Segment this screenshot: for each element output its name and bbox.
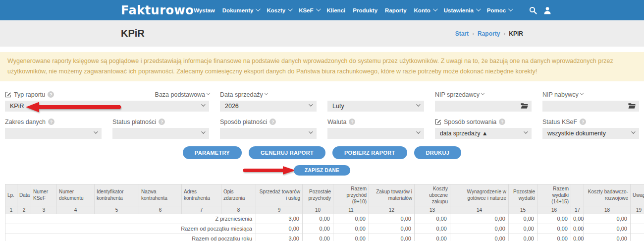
report-disclaimer: Wygenerowane raporty księgowe są poglądo… [0,52,644,81]
data-sprzedazy-toggle[interactable]: Data sprzedaży [220,91,267,98]
breadcrumb-start[interactable]: Start [455,30,469,37]
chevron-down-icon [256,6,261,11]
chevron-down-icon [94,129,98,133]
row-label: Razem od początku miesiąca [5,224,256,234]
drukuj-button[interactable]: DRUKUJ [414,146,462,159]
col-header: Zakup towarów i materiałów [369,184,415,206]
breadcrumb-separator [503,30,505,37]
chevron-down-icon [476,6,481,11]
col-header: Koszty badawczo-rozwojowe [584,184,631,206]
col-number: 16 [537,206,571,214]
menu-klienci[interactable]: Klienci [327,7,346,13]
user-icon[interactable] [543,6,551,14]
chevron-down-icon [580,91,584,95]
zapisz-dane-button[interactable]: ZAPISZ DANE [294,165,350,176]
field-typ-raportu: Typ raportu ? Baza podstawowa KPiR [5,91,209,112]
save-row: ZAPISZ DANE [0,165,644,176]
app-logo[interactable]: Fakturowo [121,3,194,17]
cell-value: 0,00 [333,234,369,241]
help-icon[interactable]: ? [580,119,586,125]
nip-nabywcy-input[interactable] [542,101,639,112]
col-header: Data [17,184,31,206]
search-icon[interactable] [529,6,537,14]
menu-ustawienia[interactable]: Ustawienia [444,7,480,13]
table-number-row: 1 2 3 4 5 6 7 8 9 10 11 12 13 14 15 16 1… [5,206,644,214]
nip-sprzedawcy-toggle[interactable]: NIP sprzedawcy [435,91,483,98]
field-label: Status płatności [112,119,156,125]
cell-value: 0,00 [333,224,369,234]
cell-value: 0,00 [537,234,571,241]
help-icon[interactable]: ? [48,91,54,98]
col-header: Lp. [5,184,17,206]
cell-value: 0,00 [450,234,509,241]
baza-podstawowa-toggle[interactable]: Baza podstawowa [155,91,209,98]
col-number: 12 [369,206,415,214]
breadcrumb-current: KPiR [509,30,523,37]
parametry-button[interactable]: PARAMETRY [183,146,242,159]
field-label: Typ raportu [14,91,45,98]
status-platnosci-select[interactable] [112,128,209,139]
cell-value: 3,00 [256,234,303,241]
sposob-sortowania-select[interactable]: data sprzedaży ▲ [435,128,532,139]
menu-dokumenty[interactable]: Dokumenty [222,7,260,13]
field-sposob-sortowania: Sposób sortowania ? data sprzedaży ▲ [435,118,532,139]
menu-wystaw[interactable]: Wystaw [194,7,215,13]
menu-ksef[interactable]: KSeF [299,7,319,13]
chevron-down-icon [264,91,268,95]
field-label: Sposób sortowania [444,119,496,125]
cell-value: 0,00 [450,214,509,224]
folder-icon[interactable] [521,103,528,109]
edit-icon [5,91,11,98]
menu-raporty[interactable]: Raporty [385,7,406,13]
field-status-platnosci: Status płatności ? [112,118,209,139]
waluta-select[interactable] [327,128,424,139]
sposob-platnosci-select[interactable] [220,128,317,139]
cell-value: 0,00 [509,224,537,234]
cell-value: 3,00 [256,214,303,224]
col-header: Uwagi [631,184,644,206]
chevron-down-icon [206,91,210,95]
help-icon[interactable]: ? [48,119,54,125]
help-icon[interactable]: ? [269,119,276,125]
nip-sprzedawcy-input[interactable] [435,101,532,112]
col-number: 9 [256,206,303,214]
menu-konto[interactable]: Konto [414,7,436,13]
chevron-down-icon [416,102,420,106]
cell-uwagi [631,224,644,234]
cell-value: 0,00 [509,214,537,224]
breadcrumb-raporty[interactable]: Raporty [478,30,500,37]
folder-icon[interactable] [628,103,636,109]
menu-koszty[interactable]: Koszty [267,7,291,13]
col-number: 6 [139,206,182,214]
chevron-down-icon [524,129,528,133]
cell-uwagi [631,234,644,241]
chevron-down-icon [201,102,205,106]
kpir-table: Lp. Data Numer KSeF Numer dokumentu Iden… [5,184,644,241]
menu-pomoc[interactable]: Pomoc [487,7,512,13]
cell-value: 0,00 [415,214,450,224]
generuj-raport-button[interactable]: GENERUJ RAPORT [249,146,325,159]
table-row: Z przeniesienia 3,00 0,00 0,00 0,00 0,00… [5,214,644,224]
zakres-danych-select[interactable] [5,128,102,139]
field-sposob-platnosci: Sposób płatności ? [220,118,317,139]
filter-panel: Typ raportu ? Baza podstawowa KPiR Data … [0,91,644,139]
actions-row: PARAMETRY GENERUJ RAPORT POBIERZ RAPORT … [0,146,644,159]
col-number: 5 [95,206,139,214]
nip-nabywcy-toggle[interactable]: NIP nabywcy [542,91,583,98]
rok-select[interactable]: 2026 [220,101,317,112]
field-waluta: Waluta ? [327,118,424,139]
cell-uwagi [631,214,644,224]
status-ksef-select[interactable]: wszystkie dokumenty [542,128,639,139]
cell-value: 0,00 [571,214,584,224]
cell-value: 0,00 [369,224,415,234]
menu-produkty[interactable]: Produkty [353,7,377,13]
col-header: Sprzedaż towarów i usług [256,184,303,206]
help-icon[interactable]: ? [159,119,165,125]
col-number: 3 [31,206,57,214]
help-icon[interactable]: ? [349,119,355,125]
miesiac-select[interactable]: Luty [327,101,424,112]
help-icon[interactable]: ? [499,119,505,125]
typ-raportu-select[interactable]: KPiR [5,101,209,112]
pobierz-raport-button[interactable]: POBIERZ RAPORT [332,146,407,159]
chevron-down-icon [201,129,205,133]
